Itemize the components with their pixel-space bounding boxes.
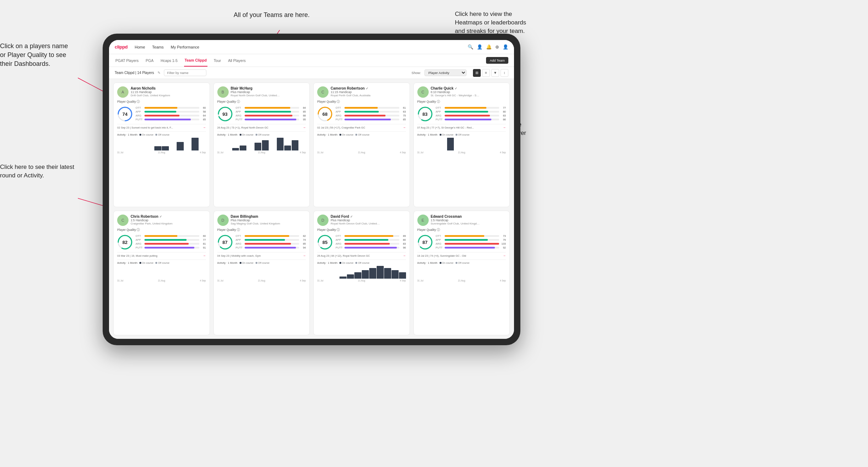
tab-pga[interactable]: PGA bbox=[145, 54, 154, 67]
round-text: 07 Aug 23 | 77 (+7), St George's Hill GC… bbox=[417, 126, 503, 129]
player-header: C Charlie Quick ✓ 6:10 Handicap St. Geor… bbox=[417, 86, 506, 98]
player-name[interactable]: Blair McHarg bbox=[231, 86, 306, 90]
activity-section: Activity · 1 Month On course Off course … bbox=[117, 260, 206, 282]
tab-all-players[interactable]: All Players bbox=[227, 54, 246, 67]
round-arrow[interactable]: → bbox=[503, 126, 506, 129]
chart-date-end: 4 Sep bbox=[500, 151, 506, 154]
quality-circle[interactable]: 87 bbox=[217, 234, 233, 250]
legend-on-course-label: On course bbox=[342, 133, 353, 136]
quality-stats: OTT 73 APP 79 ARG 103 PUTT 92 bbox=[436, 234, 506, 250]
round-arrow[interactable]: → bbox=[203, 126, 206, 129]
quality-circle[interactable]: 82 bbox=[117, 234, 133, 250]
chart-dates: 31 Jul 21 Aug 4 Sep bbox=[117, 151, 206, 154]
stat-value-ott: 77 bbox=[500, 106, 506, 109]
quality-stats: OTT 89 APP 80 ARG 83 PUTT 96 bbox=[336, 234, 406, 250]
player-club: Royal Perth Golf Club, Australia bbox=[331, 94, 380, 97]
stat-value-putt: 86 bbox=[500, 118, 506, 121]
quality-section[interactable]: 83 OTT 77 APP 80 ARG 83 PUTT bbox=[417, 106, 506, 122]
edit-icon[interactable]: ✎ bbox=[158, 71, 160, 75]
chart-date-mid: 21 Aug bbox=[258, 279, 265, 282]
activity-header: Activity · 1 Month On course Off course bbox=[317, 261, 406, 264]
quality-section[interactable]: 93 OTT 84 APP 85 ARG 88 PUTT bbox=[217, 106, 306, 122]
tab-pgat[interactable]: PGAT Players bbox=[115, 54, 139, 67]
round-arrow[interactable]: → bbox=[203, 254, 206, 257]
settings-icon[interactable]: ⊕ bbox=[495, 44, 499, 50]
quality-circle[interactable]: 87 bbox=[417, 234, 433, 250]
stat-value-arg: 83 bbox=[500, 114, 506, 117]
stat-bar-putt bbox=[445, 119, 499, 120]
nav-teams[interactable]: Teams bbox=[152, 45, 164, 49]
stat-bar-arg bbox=[245, 115, 299, 116]
round-arrow[interactable]: → bbox=[503, 254, 506, 257]
quality-circle[interactable]: 68 bbox=[317, 106, 333, 122]
notifications-icon[interactable]: 🔔 bbox=[486, 44, 492, 50]
stat-value-ott: 84 bbox=[300, 106, 306, 109]
view-icons: ⊞ ≡ ▼ ↕ bbox=[473, 69, 508, 77]
quality-section[interactable]: 85 OTT 89 APP 80 ARG 83 PUTT bbox=[317, 234, 406, 250]
stat-bar-app bbox=[445, 239, 499, 241]
stat-value-putt: 95 bbox=[300, 118, 306, 121]
quality-number[interactable]: 93 bbox=[222, 112, 227, 117]
quality-number[interactable]: 83 bbox=[422, 112, 427, 117]
player-name[interactable]: Dave Billingham bbox=[231, 215, 306, 218]
grid-view-button[interactable]: ⊞ bbox=[473, 69, 481, 77]
tab-team-clippd[interactable]: Team Clippd bbox=[184, 54, 207, 67]
avatar: D bbox=[317, 215, 329, 226]
player-name[interactable]: Aaron Nicholls bbox=[131, 86, 206, 90]
nav-logo: clippd bbox=[115, 44, 127, 50]
quality-number[interactable]: 68 bbox=[322, 112, 327, 117]
quality-section[interactable]: 87 OTT 82 APP 74 ARG 85 PUTT bbox=[217, 234, 306, 250]
quality-circle[interactable]: 74 bbox=[117, 106, 133, 122]
quality-stats: OTT 60 APP 58 ARG 64 PUTT 85 bbox=[136, 106, 206, 122]
quality-number[interactable]: 87 bbox=[222, 240, 227, 245]
profile-icon[interactable]: 👤 bbox=[477, 44, 482, 50]
search-input[interactable] bbox=[164, 69, 206, 76]
quality-section[interactable]: 68 OTT 61 APP 63 ARG 75 PUTT bbox=[317, 106, 406, 122]
nav-myperformance[interactable]: My Performance bbox=[171, 45, 199, 49]
quality-label: Player Quality ⓘ bbox=[217, 100, 306, 104]
search-icon[interactable]: 🔍 bbox=[468, 44, 473, 50]
quality-circle[interactable]: 85 bbox=[317, 234, 333, 250]
annotation-3: Click here to view theHeatmaps or leader… bbox=[455, 10, 526, 35]
player-name[interactable]: David Ford ✓ bbox=[331, 215, 406, 218]
round-text: 02 Jul 23 | 59 (+17), Craigmillar Park G… bbox=[317, 126, 403, 129]
add-team-button[interactable]: Add Team bbox=[486, 57, 508, 64]
stat-label-app: APP bbox=[336, 238, 343, 241]
quality-section[interactable]: 87 OTT 73 APP 79 ARG 103 PUTT bbox=[417, 234, 506, 250]
quality-circle[interactable]: 83 bbox=[417, 106, 433, 122]
tab-tour[interactable]: Tour bbox=[213, 54, 222, 67]
player-name[interactable]: Cameron Robertson ✓ bbox=[331, 86, 406, 90]
stat-bar-ott bbox=[445, 235, 499, 237]
player-info: David Ford ✓ Plus Handicap Royal North D… bbox=[331, 215, 406, 225]
quality-stats: OTT 84 APP 85 ARG 88 PUTT 95 bbox=[236, 106, 306, 122]
avatar-icon[interactable]: 👤 bbox=[503, 44, 508, 50]
stat-bar-ott bbox=[445, 107, 499, 109]
activity-section: Activity · 1 Month On course Off course … bbox=[217, 260, 306, 282]
quality-number[interactable]: 87 bbox=[422, 240, 427, 245]
stat-value-putt: 92 bbox=[500, 246, 506, 249]
player-name[interactable]: Edward Crossman bbox=[431, 215, 506, 218]
stat-value-arg: 75 bbox=[400, 114, 406, 117]
filter-button[interactable]: ▼ bbox=[491, 69, 499, 77]
tab-hcaps[interactable]: Hcaps 1-5 bbox=[160, 54, 178, 67]
nav-home[interactable]: Home bbox=[135, 45, 145, 49]
avatar: A bbox=[117, 86, 129, 98]
round-arrow[interactable]: → bbox=[303, 254, 306, 257]
player-name[interactable]: Chris Robertson ✓ bbox=[131, 215, 206, 218]
activity-section: Activity · 1 Month On course Off course … bbox=[417, 260, 506, 282]
quality-section[interactable]: 82 OTT 60 APP 77 ARG 81 PUTT bbox=[117, 234, 206, 250]
quality-number[interactable]: 85 bbox=[322, 240, 327, 245]
quality-section[interactable]: 74 OTT 60 APP 58 ARG 64 PUTT bbox=[117, 106, 206, 122]
sort-button[interactable]: ↕ bbox=[501, 69, 508, 77]
round-arrow[interactable]: → bbox=[403, 126, 406, 129]
round-arrow[interactable]: → bbox=[403, 254, 406, 257]
stat-value-app: 74 bbox=[300, 238, 306, 241]
quality-number[interactable]: 74 bbox=[122, 112, 127, 117]
list-view-button[interactable]: ≡ bbox=[482, 69, 490, 77]
player-name[interactable]: Charlie Quick ✓ bbox=[431, 86, 506, 90]
quality-number[interactable]: 82 bbox=[122, 240, 127, 245]
tablet-frame: clippd Home Teams My Performance 🔍 👤 🔔 ⊕… bbox=[103, 34, 520, 345]
quality-circle[interactable]: 93 bbox=[217, 106, 233, 122]
round-arrow[interactable]: → bbox=[303, 126, 306, 129]
show-select[interactable]: Player Activity Quality Score Trend bbox=[424, 69, 467, 76]
